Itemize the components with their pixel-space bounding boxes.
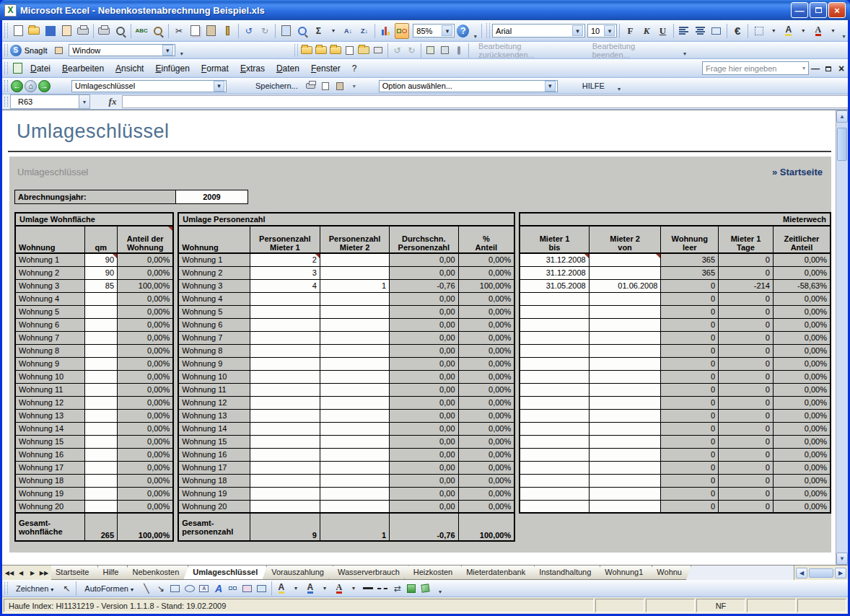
cell[interactable] [84, 331, 118, 344]
sheet-nav-select[interactable]: Umlageschlüssel▾ [71, 80, 227, 92]
restore-button[interactable] [810, 2, 827, 18]
toolbar-grip[interactable] [486, 23, 490, 38]
clipart-icon[interactable] [241, 582, 254, 595]
cell[interactable]: 0 [719, 370, 774, 383]
cell[interactable]: 0 [661, 305, 719, 318]
cell[interactable] [84, 461, 118, 474]
cell[interactable] [250, 409, 320, 422]
cell[interactable] [520, 344, 589, 357]
cell[interactable]: 0,00% [458, 344, 514, 357]
cell[interactable] [320, 435, 389, 448]
toolbar-options-icon[interactable]: ▾ [436, 580, 444, 597]
cell[interactable]: Wohnung 3 [15, 279, 84, 292]
cell[interactable] [520, 435, 589, 448]
pdf-save-icon[interactable] [329, 44, 342, 57]
cell[interactable]: Wohnung 11 [15, 383, 84, 396]
cell[interactable] [84, 344, 118, 357]
cell[interactable]: Wohnung 5 [178, 305, 250, 318]
cell[interactable] [520, 448, 589, 461]
cell[interactable]: 0 [661, 461, 719, 474]
cell[interactable] [250, 292, 320, 305]
review-check-icon[interactable] [424, 44, 437, 57]
cell[interactable] [520, 292, 589, 305]
snagit-mode-select[interactable]: Window▾ [69, 44, 175, 56]
pdf-folder-icon[interactable] [301, 44, 314, 57]
cell[interactable]: 100,00% [118, 279, 174, 292]
next-sheet-icon[interactable]: ▶ [27, 570, 38, 576]
cell[interactable]: 0,00% [773, 370, 831, 383]
home-icon[interactable]: ⌂ [25, 80, 37, 92]
cell[interactable]: 0,00 [390, 448, 458, 461]
cell[interactable] [520, 318, 589, 331]
cell[interactable] [589, 487, 661, 500]
cell[interactable]: 0 [719, 292, 774, 305]
total-cell[interactable]: 100,00% [118, 513, 174, 541]
cell[interactable] [250, 331, 320, 344]
new-icon[interactable] [11, 23, 25, 39]
cell[interactable]: 0 [661, 487, 719, 500]
menu-item-bearbeiten[interactable]: Bearbeiten [56, 61, 110, 76]
cell[interactable]: Wohnung 2 [15, 266, 84, 279]
cell[interactable]: 0,00 [390, 461, 458, 474]
insert-function-button[interactable]: fx [103, 94, 122, 109]
cell[interactable]: 0,00% [458, 331, 514, 344]
cell[interactable]: Wohnung 14 [178, 422, 250, 435]
attach-icon[interactable] [452, 44, 465, 57]
arrow-style-icon[interactable]: ⇄ [390, 582, 403, 595]
oval-icon[interactable] [183, 582, 196, 595]
menu-item-datei[interactable]: Datei [25, 61, 56, 76]
cell[interactable]: Wohnung 8 [178, 344, 250, 357]
sheet-tab-wasserverbrauch[interactable]: Wasserverbrauch [328, 566, 409, 580]
cell[interactable]: Wohnung 19 [15, 487, 84, 500]
cell[interactable]: 01.06.2008 [589, 279, 661, 292]
menu-item-format[interactable]: Format [196, 61, 235, 76]
tab-scroll-right-icon[interactable]: ▶ [835, 568, 846, 578]
cell[interactable] [250, 383, 320, 396]
nav-paste-dropdown-icon[interactable]: ▾ [348, 79, 361, 92]
cell[interactable]: 0,00% [458, 396, 514, 409]
font-name-select[interactable]: Arial▾ [492, 24, 585, 38]
cell[interactable]: 0,00% [118, 396, 174, 409]
cell[interactable]: 0 [719, 253, 774, 266]
cell[interactable]: Wohnung 2 [178, 266, 250, 279]
cell[interactable]: 0,00% [118, 292, 174, 305]
cell[interactable]: 2 [250, 253, 320, 266]
menu-item-fenster[interactable]: Fenster [305, 61, 346, 76]
cell[interactable] [250, 487, 320, 500]
nav-copy-icon[interactable] [319, 79, 332, 92]
cell[interactable]: Wohnung 6 [178, 318, 250, 331]
cell[interactable] [589, 266, 661, 279]
cell[interactable] [520, 409, 589, 422]
fill-color-dropdown-icon[interactable]: ▾ [797, 25, 810, 38]
toolbar-grip[interactable] [294, 44, 298, 56]
cell[interactable]: 0 [719, 344, 774, 357]
total-cell[interactable]: -0,76 [390, 513, 458, 541]
cell[interactable] [320, 461, 389, 474]
cell[interactable]: 0 [661, 279, 719, 292]
pdf-convert-icon[interactable] [357, 44, 370, 57]
cell[interactable]: 0,00% [458, 266, 514, 279]
cell[interactable]: 0 [661, 474, 719, 487]
cell[interactable] [84, 357, 118, 370]
cell[interactable]: 0,00 [390, 474, 458, 487]
cell[interactable] [520, 474, 589, 487]
cell[interactable] [250, 357, 320, 370]
cell[interactable]: Wohnung 5 [15, 305, 84, 318]
cell[interactable] [589, 435, 661, 448]
cell[interactable] [320, 331, 389, 344]
rectangle-icon[interactable] [169, 582, 182, 595]
back-icon[interactable]: ← [11, 80, 23, 92]
toolbar-options-icon[interactable]: ▾ [471, 20, 479, 41]
workbook-close-button[interactable]: × [835, 63, 848, 74]
textbox-icon[interactable]: A [198, 582, 211, 595]
cell[interactable] [520, 305, 589, 318]
cell[interactable] [250, 448, 320, 461]
toolbar-options-icon[interactable]: ▾ [840, 20, 848, 41]
workbook-minimize-button[interactable]: — [809, 63, 822, 74]
total-cell[interactable]: 1 [320, 513, 389, 541]
toolbar-grip[interactable] [4, 23, 8, 38]
paste-icon[interactable] [204, 23, 219, 39]
cell[interactable]: 0,00% [773, 474, 831, 487]
total-cell[interactable]: 9 [250, 513, 320, 541]
drawing-toggle-icon[interactable] [395, 23, 410, 39]
